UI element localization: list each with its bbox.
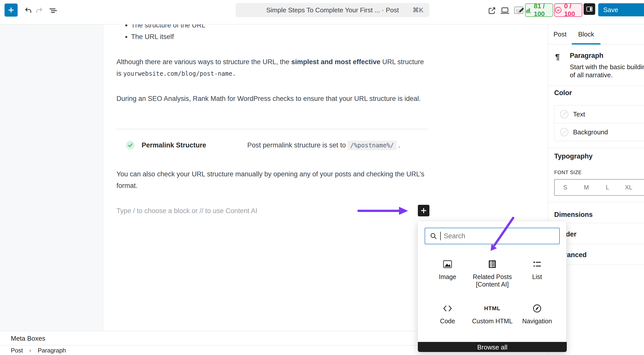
divider xyxy=(548,86,644,86)
block-option-label: Image xyxy=(425,273,470,281)
paragraph-bold-text: simplest and most effective xyxy=(291,58,380,66)
font-size-option-m[interactable]: M xyxy=(576,180,597,195)
seo-chart-icon xyxy=(526,6,532,14)
seo-score-badge[interactable]: 81 / 100 xyxy=(525,3,553,17)
redo-button[interactable] xyxy=(35,7,43,15)
toggle-block-inserter-button[interactable] xyxy=(5,4,18,17)
inline-code: yourwebsite.com/blog/post-name. xyxy=(123,70,236,77)
list-item[interactable]: The URL itself xyxy=(131,31,444,43)
paragraph-block[interactable]: Although there are various ways to struc… xyxy=(116,56,430,80)
permalink-code: /%postname%/ xyxy=(348,141,396,150)
block-option-image[interactable]: Image xyxy=(425,259,470,281)
tab-post[interactable]: Post xyxy=(548,24,572,45)
canvas-left-margin xyxy=(0,24,103,331)
html-icon: HTML xyxy=(470,303,515,314)
related-posts-icon xyxy=(470,259,515,269)
block-option-label: Custom HTML xyxy=(470,317,515,325)
paragraph-block[interactable]: During an SEO Analysis, Rank Math for Wo… xyxy=(116,93,430,104)
view-post-button[interactable] xyxy=(488,7,496,15)
save-button[interactable]: Save xyxy=(598,3,644,16)
typography-section-title: Typography xyxy=(554,152,593,160)
color-panel: Text Background xyxy=(554,105,644,141)
font-size-option-xxl[interactable]: XXL xyxy=(639,180,644,195)
separator-block xyxy=(116,129,428,129)
text-cursor xyxy=(440,232,441,240)
block-option-custom-html[interactable]: HTML Custom HTML xyxy=(470,303,515,325)
block-card-title: Paragraph xyxy=(570,52,603,60)
content-ai-score-value: 0 / 100 xyxy=(564,2,582,18)
no-color-icon xyxy=(560,110,569,119)
image-icon xyxy=(425,259,470,269)
rank-math-editor-score-icon[interactable] xyxy=(514,5,525,16)
empty-block-placeholder[interactable]: Type / to choose a block or // to use Co… xyxy=(116,205,257,217)
sidebar-tabs: Post Block xyxy=(548,24,644,45)
block-card-description-line2: of all narrative. xyxy=(570,71,613,79)
block-option-label: Navigation xyxy=(515,317,559,325)
block-option-related-posts[interactable]: Related Posts [Content AI] xyxy=(470,259,515,288)
tab-block[interactable]: Block xyxy=(572,24,600,45)
background-color-row[interactable]: Background xyxy=(554,123,644,141)
keyboard-shortcut: ⌘K xyxy=(413,6,423,14)
list-icon xyxy=(515,259,559,269)
chevron-right-icon: › xyxy=(29,347,31,354)
font-size-option-l[interactable]: L xyxy=(597,180,618,195)
block-option-navigation[interactable]: Navigation xyxy=(515,303,559,325)
meta-boxes-label: Meta Boxes xyxy=(11,335,45,342)
svg-text:ai: ai xyxy=(557,9,559,12)
save-label: Save xyxy=(603,6,618,14)
settings-panel-toggle-button[interactable] xyxy=(584,3,595,15)
tab-label: Block xyxy=(578,30,594,38)
background-color-label: Background xyxy=(573,128,608,136)
quick-block-inserter-popup: Search Image xyxy=(418,221,567,352)
check-icon xyxy=(126,141,135,149)
font-size-label: FONT SIZE xyxy=(554,170,582,175)
color-section-title: Color xyxy=(554,89,572,97)
pilcrow-icon: ¶ xyxy=(555,52,560,62)
font-size-control: S M L XL XXL xyxy=(554,179,644,196)
block-inserter-button[interactable] xyxy=(418,205,429,216)
block-option-list[interactable]: List xyxy=(515,259,559,281)
wordpress-block-editor: The structure of the URL The URL itself … xyxy=(0,0,644,355)
content-ai-score-badge[interactable]: ai 0 / 100 xyxy=(554,3,582,17)
code-icon xyxy=(425,303,470,314)
no-color-icon xyxy=(560,128,569,136)
tab-label: Post xyxy=(553,30,567,38)
breadcrumb-post[interactable]: Post xyxy=(11,347,23,354)
permalink-structure-result: Post permalink structure is set to /%pos… xyxy=(247,139,400,151)
font-size-option-xl[interactable]: XL xyxy=(618,180,639,195)
dimensions-section-title: Dimensions xyxy=(554,211,593,219)
block-option-label: Related Posts [Content AI] xyxy=(470,273,515,288)
block-option-label: Code xyxy=(425,317,470,325)
permalink-structure-label: Permalink Structure xyxy=(142,139,206,151)
document-overview-button[interactable] xyxy=(49,7,57,15)
divider xyxy=(548,148,644,148)
block-option-code[interactable]: Code xyxy=(425,303,470,325)
block-search-input[interactable]: Search xyxy=(425,228,560,244)
seo-score-value: 81 / 100 xyxy=(534,2,553,18)
search-icon xyxy=(430,232,437,240)
search-placeholder: Search xyxy=(444,232,465,240)
font-size-option-s[interactable]: S xyxy=(555,180,576,195)
preview-device-button[interactable] xyxy=(500,7,510,15)
plus-icon xyxy=(8,7,15,14)
divider xyxy=(548,202,644,202)
document-title: Simple Steps To Complete Your First ... … xyxy=(266,6,399,14)
paragraph-text: Although there are various ways to struc… xyxy=(116,58,291,66)
undo-button[interactable] xyxy=(24,7,32,15)
browse-all-label: Browse all xyxy=(477,343,507,351)
text-color-row[interactable]: Text xyxy=(554,105,644,123)
paragraph-block[interactable]: You can also check your URL structure ma… xyxy=(116,168,430,191)
editor-top-bar: Simple Steps To Complete Your First ... … xyxy=(0,0,644,24)
result-text: . xyxy=(396,141,400,149)
navigation-compass-icon xyxy=(515,303,559,314)
breadcrumb-paragraph[interactable]: Paragraph xyxy=(38,347,66,354)
result-text: Post permalink structure is set to xyxy=(247,141,348,149)
command-center-button[interactable]: Simple Steps To Complete Your First ... … xyxy=(236,3,429,17)
block-option-label: List xyxy=(515,273,559,281)
sidebar-panel-icon xyxy=(585,5,593,13)
content-ai-icon: ai xyxy=(555,6,562,14)
browse-all-button[interactable]: Browse all xyxy=(418,342,567,352)
block-card-description-line1: Start with the basic building block xyxy=(570,63,644,71)
text-color-label: Text xyxy=(573,110,585,118)
